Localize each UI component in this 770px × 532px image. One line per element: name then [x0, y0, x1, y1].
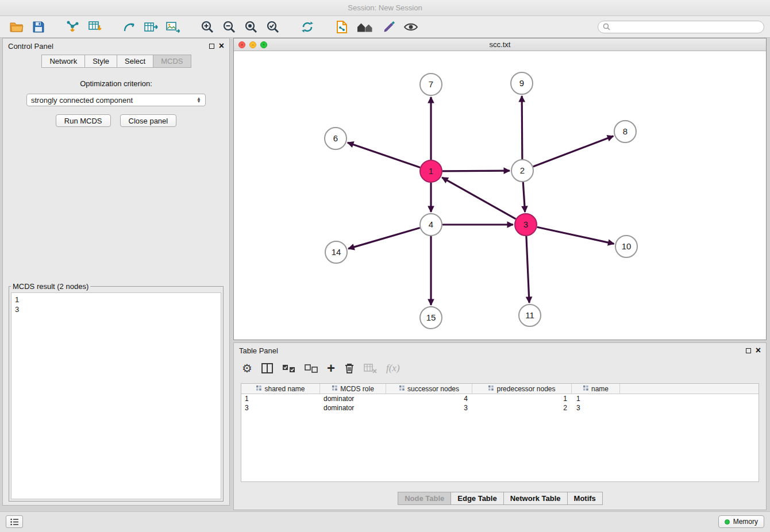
table-row[interactable]: 1dominator411 — [241, 394, 759, 403]
edge-2-9[interactable] — [522, 96, 522, 159]
tab-node-table[interactable]: Node Table — [398, 492, 451, 505]
graph-svg[interactable]: 7968124314101511 — [234, 51, 766, 340]
close-table-panel-icon[interactable]: × — [756, 347, 761, 354]
table-cell[interactable]: 3 — [572, 403, 620, 413]
mcds-result-title: MCDS result (2 nodes) — [11, 282, 90, 291]
show-columns-button[interactable] — [261, 363, 273, 373]
tab-network[interactable]: Network — [41, 55, 85, 68]
table-cell[interactable]: 3 — [241, 403, 320, 413]
minimize-window-icon[interactable]: − — [249, 41, 256, 48]
table-cell[interactable]: 1 — [241, 394, 320, 403]
column-header-name[interactable]: name — [572, 384, 620, 394]
edge-4-14[interactable] — [348, 228, 420, 249]
save-disk-icon — [33, 21, 44, 33]
window-titlebar[interactable]: Session: New Session — [0, 0, 770, 16]
sort-icon[interactable] — [256, 385, 262, 393]
tab-motifs[interactable]: Motifs — [567, 492, 603, 505]
mcds-panel: Optimization criterion: strongly connect… — [3, 68, 229, 127]
float-panel-icon[interactable] — [209, 44, 214, 49]
zoom-selected-button[interactable] — [262, 18, 284, 36]
zoom-in-icon — [201, 20, 214, 34]
graph-node-label-15: 15 — [426, 313, 436, 322]
edge-1-6[interactable] — [348, 142, 420, 167]
select-all-button[interactable] — [282, 364, 295, 373]
zoom-fit-button[interactable] — [240, 18, 262, 36]
maximize-window-icon[interactable]: + — [260, 41, 267, 48]
add-column-button[interactable]: + — [327, 363, 335, 374]
show-hide-button[interactable] — [400, 18, 422, 36]
edge-2-3[interactable] — [523, 182, 525, 212]
control-panel-header: Control Panel × — [3, 38, 229, 53]
tab-mcds[interactable]: MCDS — [153, 55, 191, 68]
run-mcds-button[interactable]: Run MCDS — [56, 114, 111, 127]
zoom-out-button[interactable] — [218, 18, 240, 36]
control-panel-title: Control Panel — [8, 42, 53, 51]
network-file-icon — [336, 20, 348, 34]
zoom-in-button[interactable] — [197, 18, 218, 36]
column-header-predecessor-nodes[interactable]: predecessor nodes — [472, 384, 572, 394]
search-box[interactable] — [598, 21, 764, 33]
search-input[interactable] — [613, 22, 759, 32]
refresh-layout-button[interactable] — [297, 18, 318, 36]
delete-column-button[interactable] — [344, 363, 355, 374]
column-header-successor-nodes[interactable]: successor nodes — [386, 384, 472, 394]
memory-button[interactable]: Memory — [718, 515, 764, 528]
table-panel: Table Panel × ⚙ + f(x) shared nameMCDS r… — [233, 342, 767, 510]
clone-network-button[interactable] — [118, 18, 140, 36]
save-session-button[interactable] — [28, 18, 49, 36]
tab-style[interactable]: Style — [84, 55, 117, 68]
close-panel-icon[interactable]: × — [219, 43, 224, 49]
edge-3-1[interactable] — [442, 178, 515, 219]
network-window: × − + scc.txt 7968124314101511 — [233, 38, 767, 340]
table-cell[interactable]: 1 — [472, 394, 572, 403]
open-session-button[interactable] — [6, 18, 28, 36]
edge-3-11[interactable] — [526, 236, 529, 303]
export-table-button[interactable] — [140, 18, 162, 36]
table-cell[interactable]: 4 — [386, 394, 472, 403]
close-panel-button[interactable]: Close panel — [120, 114, 177, 127]
fx-icon: f(x) — [386, 363, 400, 374]
tab-select[interactable]: Select — [117, 55, 153, 68]
deselect-all-icon — [305, 364, 318, 373]
network-file-button[interactable] — [331, 18, 353, 36]
tab-network-table[interactable]: Network Table — [503, 492, 568, 505]
table-cell[interactable]: 2 — [472, 403, 572, 413]
column-header-mcds-role[interactable]: MCDS role — [320, 384, 386, 394]
search-icon — [603, 23, 610, 30]
plus-icon: + — [327, 363, 335, 374]
graph-node-label-4: 4 — [429, 219, 433, 229]
sort-icon[interactable] — [332, 385, 338, 393]
dropdown-value: strongly connected component — [31, 96, 197, 105]
export-image-button[interactable] — [162, 18, 184, 36]
list-icon — [10, 518, 19, 526]
task-history-button[interactable] — [6, 515, 23, 528]
edge-3-10[interactable] — [537, 227, 614, 244]
network-window-titlebar[interactable]: × − + scc.txt — [234, 38, 766, 51]
table-settings-button[interactable]: ⚙ — [242, 363, 252, 374]
node-table[interactable]: shared nameMCDS rolesuccessor nodesprede… — [241, 383, 759, 482]
mcds-result-list[interactable]: 13 — [11, 292, 221, 499]
style-brush-button[interactable] — [378, 18, 400, 36]
deselect-all-button[interactable] — [305, 364, 318, 373]
table-cell[interactable]: 3 — [386, 403, 472, 413]
table-cell[interactable]: dominator — [320, 403, 386, 413]
tab-edge-table[interactable]: Edge Table — [451, 492, 503, 505]
table-cell[interactable]: dominator — [320, 394, 386, 403]
close-window-icon[interactable]: × — [238, 41, 245, 48]
column-header-shared-name[interactable]: shared name — [241, 384, 320, 394]
table-cell[interactable]: 1 — [572, 394, 620, 403]
sort-icon[interactable] — [583, 385, 589, 393]
sort-icon[interactable] — [488, 385, 494, 393]
zoom-out-icon — [222, 20, 236, 34]
home-icon — [356, 21, 375, 33]
table-row[interactable]: 3dominator323 — [241, 403, 759, 413]
edge-1-2[interactable] — [442, 171, 510, 171]
function-builder-button: f(x) — [386, 363, 400, 374]
home-layout-button[interactable] — [353, 18, 378, 36]
float-table-panel-icon[interactable] — [746, 348, 751, 353]
sort-icon[interactable] — [399, 385, 405, 393]
import-network-button[interactable] — [62, 18, 84, 36]
edge-2-8[interactable] — [533, 136, 614, 167]
optimization-dropdown[interactable]: strongly connected component ▲▼ — [26, 94, 206, 106]
import-table-button[interactable] — [84, 18, 106, 36]
